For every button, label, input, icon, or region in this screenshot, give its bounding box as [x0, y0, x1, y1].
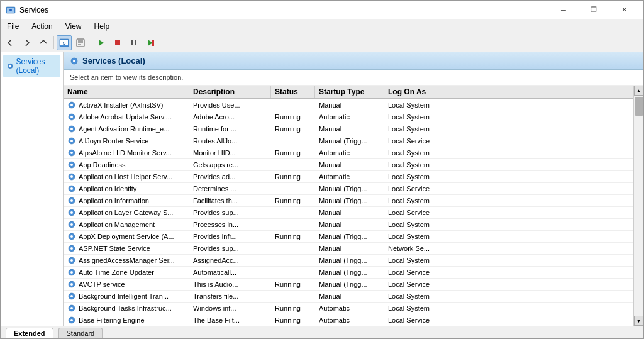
scroll-up-button[interactable]: ▲ [634, 86, 644, 96]
service-icon [67, 304, 76, 313]
table-row[interactable]: ActiveX Installer (AxInstSV)Provides Use… [64, 99, 633, 111]
tab-extended[interactable]: Extended [6, 328, 53, 339]
content-header: Services (Local) [64, 52, 643, 70]
table-row[interactable]: AlpsAlpine HID Monitor Serv...Monitor HI… [64, 147, 633, 159]
service-icon [67, 220, 76, 229]
title-bar-left: Services [6, 5, 48, 15]
svg-point-57 [70, 319, 73, 321]
table-row[interactable]: Background Intelligent Tran...Transfers … [64, 291, 633, 303]
restart-button[interactable] [143, 35, 158, 50]
properties-button[interactable] [73, 35, 88, 50]
scroll-down-button[interactable]: ▼ [634, 316, 644, 326]
svg-point-17 [9, 65, 11, 67]
table-row[interactable]: Application Host Helper Serv...Provides … [64, 171, 633, 183]
forward-button[interactable] [19, 35, 35, 50]
content-area: Services (Local) Select an item to view … [64, 52, 643, 326]
svg-point-45 [70, 247, 73, 250]
sidebar-item-services-local[interactable]: Services (Local) [3, 55, 60, 77]
svg-point-31 [70, 164, 73, 166]
back-button[interactable] [3, 35, 18, 50]
svg-point-29 [70, 152, 73, 154]
table-row[interactable]: ASP.NET State ServiceProvides sup...Manu… [64, 243, 633, 255]
title-controls: ─ ❐ ✕ [549, 1, 638, 19]
toolbar: S [1, 33, 643, 52]
svg-point-25 [70, 128, 73, 130]
service-icon [67, 160, 76, 169]
service-icon [67, 232, 76, 241]
svg-point-21 [70, 104, 73, 106]
service-icon [67, 292, 76, 301]
svg-point-49 [70, 271, 73, 274]
menu-file[interactable]: File [1, 21, 25, 32]
menu-view[interactable]: View [59, 21, 88, 32]
table-row[interactable]: AVCTP serviceThis is Audio...RunningManu… [64, 279, 633, 291]
table-row[interactable]: Application Layer Gateway S...Provides s… [64, 207, 633, 219]
table-row[interactable]: Agent Activation Runtime_e...Runtime for… [64, 123, 633, 135]
service-icon [67, 196, 76, 205]
service-icon [67, 244, 76, 253]
table-row[interactable]: Application InformationFacilitates th...… [64, 195, 633, 207]
close-button[interactable]: ✕ [609, 1, 638, 19]
description-text: Select an item to view its description. [70, 74, 183, 81]
svg-point-2 [9, 9, 12, 11]
service-icon [67, 148, 76, 157]
scrollbar[interactable]: ▲ ▼ [633, 86, 643, 326]
col-name[interactable]: Name [64, 86, 189, 98]
svg-point-33 [70, 175, 73, 178]
menu-bar: File Action View Help [1, 19, 643, 33]
service-icon [67, 316, 76, 325]
tab-standard[interactable]: Standard [58, 328, 103, 338]
svg-point-37 [70, 199, 73, 202]
sidebar-item-label: Services (Local) [16, 57, 57, 75]
table-row[interactable]: Base Filtering EngineThe Base Filt...Run… [64, 314, 633, 326]
svg-marker-14 [148, 40, 153, 46]
table-row[interactable]: Application ManagementProcesses in...Man… [64, 219, 633, 231]
col-logon[interactable]: Log On As [384, 86, 447, 98]
pause-button[interactable] [126, 35, 142, 50]
stop-button[interactable] [110, 35, 125, 50]
svg-point-19 [73, 60, 75, 62]
services-icon [7, 62, 14, 70]
services-table[interactable]: Name Description Status Startup Type Log… [64, 86, 633, 326]
minimize-button[interactable]: ─ [549, 1, 578, 19]
svg-rect-11 [115, 40, 120, 45]
col-description[interactable]: Description [189, 86, 271, 98]
table-row[interactable]: AssignedAccessManager Ser...AssignedAcc.… [64, 255, 633, 267]
table-row[interactable]: Application IdentityDetermines ...Manual… [64, 183, 633, 195]
svg-point-39 [70, 211, 73, 214]
table-row[interactable]: Adobe Acrobat Update Servi...Adobe Acro.… [64, 111, 633, 123]
table-row[interactable]: AppX Deployment Service (A...Provides in… [64, 231, 633, 243]
service-icon [67, 256, 76, 265]
table-row[interactable]: AllJoyn Router ServiceRoutes AllJo...Man… [64, 135, 633, 147]
svg-point-53 [70, 295, 73, 297]
status-bar: Extended Standard [1, 326, 643, 339]
col-status[interactable]: Status [271, 86, 315, 98]
table-row[interactable]: Auto Time Zone UpdaterAutomaticall...Man… [64, 267, 633, 279]
svg-marker-10 [99, 40, 104, 46]
title-bar: Services ─ ❐ ✕ [1, 1, 643, 19]
scroll-thumb[interactable] [635, 97, 643, 116]
service-icon [67, 172, 76, 181]
service-icon [67, 208, 76, 217]
description-bar: Select an item to view its description. [64, 70, 643, 86]
menu-action[interactable]: Action [25, 21, 58, 32]
service-icon [67, 184, 76, 193]
scroll-track [635, 96, 643, 316]
col-startup-type[interactable]: Startup Type [315, 86, 384, 98]
table-row[interactable]: App ReadinessGets apps re...ManualLocal … [64, 159, 633, 171]
svg-point-47 [70, 259, 73, 262]
main-container: Services (Local) Services (Local) Select… [1, 52, 643, 326]
restore-button[interactable]: ❐ [579, 1, 608, 19]
up-button[interactable] [36, 35, 51, 50]
start-button[interactable] [94, 35, 109, 50]
svg-point-43 [70, 235, 73, 238]
service-icon [67, 113, 76, 121]
table-row[interactable]: Background Tasks Infrastruc...Windows in… [64, 303, 633, 314]
service-icon [67, 268, 76, 277]
show-hide-button[interactable]: S [57, 35, 72, 50]
toolbar-sep-1 [53, 36, 54, 49]
service-icon [67, 125, 76, 133]
menu-help[interactable]: Help [88, 21, 116, 32]
svg-point-27 [70, 140, 73, 142]
service-icon [67, 101, 76, 109]
